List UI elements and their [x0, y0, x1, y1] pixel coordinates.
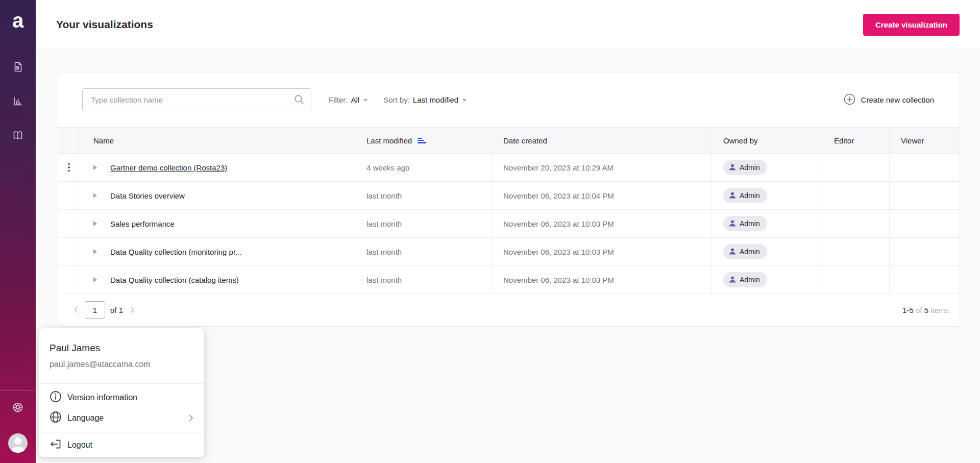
sidebar-item-visualizations[interactable] [12, 95, 24, 107]
last-modified-cell: 4 weeks ago [355, 154, 493, 181]
owned-by-cell: Admin [712, 210, 823, 237]
app-switcher-button[interactable] [12, 401, 24, 413]
sort-label: Sort by: [383, 95, 410, 104]
last-modified-cell: last month [355, 182, 493, 209]
create-visualization-button[interactable]: Create visualization [863, 14, 960, 36]
owned-by-cell: Admin [712, 154, 823, 181]
viewer-cell [889, 210, 960, 237]
name-cell: Data Quality collection (catalog items) [80, 266, 355, 294]
sort-value: Last modified [413, 95, 458, 104]
menu-item-language[interactable]: Language [39, 408, 204, 428]
owner-badge: Admin [723, 160, 767, 175]
filter-dropdown[interactable]: Filter: All [329, 95, 368, 104]
last-modified-cell: last month [355, 210, 493, 237]
sidebar-item-data-stories[interactable] [12, 61, 24, 73]
column-header-viewer[interactable]: Viewer [889, 128, 960, 153]
name-cell: Gartner demo collection (Rosta23) [80, 154, 355, 181]
table-row: Data Stories overview last month Novembe… [58, 182, 960, 210]
editor-cell [823, 154, 889, 181]
caret-right-icon[interactable] [93, 165, 97, 170]
search-icon [293, 94, 305, 107]
document-chart-icon [12, 66, 24, 75]
pagination-bar: of 1 1-5 of 5 items [58, 294, 960, 326]
chevron-left-icon [71, 305, 81, 314]
menu-item-label: Version information [67, 393, 137, 402]
name-cell: Sales performance [80, 210, 355, 237]
column-header-owned-by[interactable]: Owned by [712, 128, 823, 153]
caret-right-icon[interactable] [93, 221, 97, 226]
user-menu-popup: Paul James paul.james@ataccama.com Versi… [39, 328, 204, 457]
date-created-cell: November 06, 2023 at 10:04 PM [493, 182, 712, 209]
logout-icon [49, 437, 62, 453]
caret-right-icon[interactable] [93, 277, 97, 282]
top-bar: Your visualizations Create visualization [36, 0, 980, 49]
sort-ascending-icon[interactable] [418, 138, 426, 143]
items-total-value: 5 [924, 306, 928, 314]
row-actions-cell [58, 238, 80, 265]
items-range-value: 1-5 [902, 306, 914, 314]
caret-right-icon[interactable] [93, 249, 97, 254]
sidebar-footer-divider [0, 391, 36, 391]
page-title: Your visualizations [56, 0, 153, 48]
search-box [82, 88, 311, 111]
user-email: paul.james@ataccama.com [50, 359, 194, 370]
sidebar-item-knowledge[interactable] [12, 129, 24, 141]
person-icon [728, 191, 737, 200]
caret-down-icon [363, 99, 368, 102]
last-modified-cell: last month [355, 266, 493, 294]
page-count-label: of 1 [110, 306, 123, 314]
date-created-cell: November 06, 2023 at 10:03 PM [493, 210, 712, 237]
caret-down-icon [462, 99, 467, 102]
caret-right-icon[interactable] [93, 193, 97, 198]
kebab-menu-icon[interactable] [66, 161, 72, 174]
collection-name-link[interactable]: Data Quality collection (catalog items) [110, 276, 239, 284]
plus-circle-icon [844, 93, 855, 107]
search-input[interactable] [82, 88, 311, 111]
column-header-last-modified[interactable]: Last modified [355, 128, 493, 153]
user-menu-header: Paul James paul.james@ataccama.com [39, 328, 204, 384]
owner-badge-label: Admin [740, 163, 760, 172]
row-actions-cell [58, 154, 80, 181]
owner-badge-label: Admin [740, 220, 760, 228]
previous-page-button[interactable] [71, 305, 81, 314]
ataccama-logo: a [0, 7, 36, 34]
column-header-editor[interactable]: Editor [823, 128, 889, 153]
row-actions-cell [58, 182, 80, 209]
page-number-input[interactable] [85, 301, 105, 319]
collection-name-link[interactable]: Data Stories overview [110, 191, 185, 200]
user-avatar[interactable] [8, 433, 28, 453]
editor-cell [823, 210, 889, 237]
items-word: items [930, 306, 949, 314]
user-menu-footer: Logout [39, 432, 204, 458]
person-icon [728, 220, 737, 228]
owned-by-cell: Admin [712, 182, 823, 209]
table-row: Gartner demo collection (Rosta23) 4 week… [58, 154, 960, 182]
name-cell: Data Quality collection (monitoring pr..… [80, 238, 355, 265]
table-row: Data Quality collection (monitoring pr..… [58, 238, 960, 266]
next-page-button[interactable] [128, 305, 137, 314]
menu-item-label: Language [67, 413, 104, 423]
sidebar: a [0, 0, 36, 463]
person-icon [728, 276, 737, 284]
menu-item-version-information[interactable]: Version information [39, 387, 204, 408]
create-new-collection-button[interactable]: Create new collection [844, 93, 934, 107]
items-of-word: of [916, 306, 922, 314]
items-range-label: 1-5 of 5 items [902, 306, 949, 314]
column-header-last-modified-label: Last modified [366, 136, 412, 145]
editor-cell [823, 266, 889, 294]
owner-badge: Admin [723, 216, 767, 231]
column-header-name[interactable]: Name [80, 128, 355, 153]
collection-name-link[interactable]: Sales performance [110, 220, 175, 228]
collection-name-link[interactable]: Gartner demo collection (Rosta23) [110, 163, 227, 172]
owned-by-cell: Admin [712, 238, 823, 265]
menu-item-logout[interactable]: Logout [39, 435, 204, 455]
owner-badge: Admin [723, 272, 767, 287]
table-header-row: Name Last modified Date created Owned by… [58, 127, 960, 154]
column-header-date-created[interactable]: Date created [493, 128, 712, 153]
wheel-icon [12, 406, 24, 415]
owner-badge-label: Admin [740, 276, 760, 284]
collection-name-link[interactable]: Data Quality collection (monitoring pr..… [110, 248, 242, 256]
sort-dropdown[interactable]: Sort by: Last modified [383, 95, 467, 104]
person-icon [728, 163, 737, 172]
editor-cell [823, 182, 889, 209]
